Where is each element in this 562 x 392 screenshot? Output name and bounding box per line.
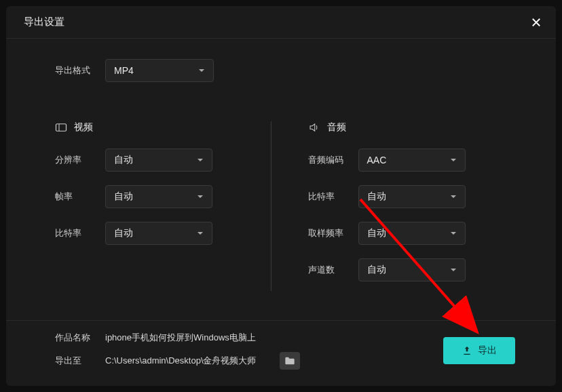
output-path-value: C:\Users\admin\Desktop\金舟视频大师 (105, 355, 257, 367)
audio-codec-select[interactable]: AAC (358, 149, 466, 172)
channels-select[interactable]: 自动 (358, 258, 466, 281)
export-settings-dialog: 导出设置 导出格式 MP4 视频 分辨率 自动 (6, 6, 556, 386)
video-bitrate-select[interactable]: 自动 (105, 222, 212, 245)
audio-codec-row: 音频编码 AAC (308, 149, 512, 172)
svg-rect-0 (56, 124, 67, 132)
settings-columns: 视频 分辨率 自动 帧率 自动 比特率 (55, 121, 511, 295)
browse-folder-button[interactable] (280, 352, 300, 370)
project-name-row: 作品名称 iphone手机如何投屏到Windows电脑上 (55, 332, 443, 344)
format-value: MP4 (114, 65, 134, 76)
footer-meta: 作品名称 iphone手机如何投屏到Windows电脑上 导出至 C:\User… (55, 332, 443, 370)
speaker-icon (308, 121, 320, 134)
format-row: 导出格式 MP4 (55, 59, 511, 82)
video-column: 视频 分辨率 自动 帧率 自动 比特率 (55, 121, 271, 295)
chevron-down-icon (197, 193, 204, 200)
audio-heading: 音频 (308, 121, 512, 134)
project-name-value: iphone手机如何投屏到Windows电脑上 (105, 332, 256, 344)
export-button[interactable]: 导出 (443, 337, 515, 364)
chevron-down-icon (197, 157, 204, 163)
resolution-row: 分辨率 自动 (55, 149, 259, 172)
folder-icon (284, 356, 295, 366)
chevron-down-icon (450, 157, 457, 163)
sample-rate-select[interactable]: 自动 (358, 222, 466, 245)
video-heading: 视频 (55, 121, 259, 134)
output-path-row: 导出至 C:\Users\admin\Desktop\金舟视频大师 (55, 352, 443, 370)
chevron-down-icon (450, 267, 457, 273)
fps-row: 帧率 自动 (55, 185, 259, 208)
resolution-select[interactable]: 自动 (105, 149, 212, 172)
video-icon (55, 121, 67, 134)
chevron-down-icon (198, 67, 205, 74)
audio-column: 音频 音频编码 AAC 比特率 自动 取样频 (271, 121, 512, 295)
format-label: 导出格式 (55, 64, 105, 77)
audio-bitrate-row: 比特率 自动 (308, 185, 512, 208)
audio-bitrate-select[interactable]: 自动 (358, 185, 466, 208)
upload-icon (462, 345, 472, 356)
channels-row: 声道数 自动 (308, 258, 512, 281)
chevron-down-icon (450, 230, 457, 237)
chevron-down-icon (450, 193, 457, 200)
title-bar: 导出设置 (6, 6, 556, 39)
dialog-title: 导出设置 (24, 16, 64, 28)
sample-rate-row: 取样频率 自动 (308, 222, 512, 245)
format-select[interactable]: MP4 (105, 59, 214, 82)
dialog-body: 导出格式 MP4 视频 分辨率 自动 (6, 39, 556, 320)
fps-select[interactable]: 自动 (105, 185, 212, 208)
close-button[interactable] (530, 16, 542, 28)
video-bitrate-row: 比特率 自动 (55, 222, 259, 245)
dialog-footer: 作品名称 iphone手机如何投屏到Windows电脑上 导出至 C:\User… (6, 320, 556, 386)
close-icon (530, 16, 542, 28)
chevron-down-icon (197, 230, 204, 237)
